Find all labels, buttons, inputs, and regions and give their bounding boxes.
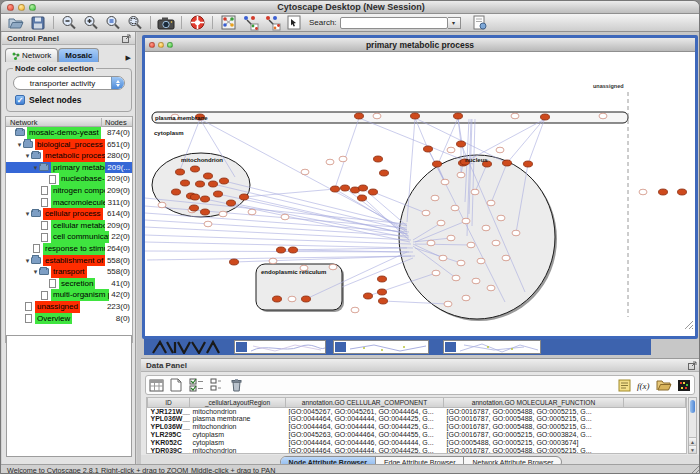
tree-item-primary-metabo[interactable]: ▾primary metabo209(...: [6, 162, 132, 174]
gene-node[interactable]: [214, 191, 223, 197]
gene-node[interactable]: [433, 161, 442, 167]
gene-node[interactable]: [301, 169, 309, 175]
gene-node[interactable]: [502, 255, 510, 261]
unselect-attributes-icon[interactable]: [206, 376, 226, 394]
gene-node[interactable]: [339, 156, 347, 162]
tree-header[interactable]: Network Nodes: [5, 116, 133, 127]
gene-node[interactable]: [467, 242, 475, 248]
delete-attribute-trash-icon[interactable]: [226, 376, 246, 394]
gene-node[interactable]: [373, 113, 381, 119]
attribute-matrix-icon[interactable]: [674, 376, 694, 394]
gene-node[interactable]: [447, 235, 455, 241]
import-settings-icon[interactable]: [469, 14, 491, 31]
gene-node[interactable]: [444, 301, 452, 307]
float-panel-icon[interactable]: [688, 361, 697, 372]
tree-item-unassigned[interactable]: unassigned223(0): [6, 301, 132, 313]
gene-node[interactable]: [248, 209, 256, 215]
table-row[interactable]: YDR039C__1mitochondrion[GO:0044464, GO:0…: [148, 447, 686, 454]
gene-node[interactable]: [439, 255, 447, 261]
zoom-selected-icon[interactable]: [102, 14, 124, 31]
gene-node[interactable]: [269, 258, 277, 264]
disclosure-arrow-icon[interactable]: ▾: [16, 139, 23, 151]
gene-node[interactable]: [659, 189, 668, 195]
tab-mosaic[interactable]: Mosaic: [58, 48, 99, 62]
gene-node[interactable]: [289, 247, 298, 253]
disclosure-arrow-icon[interactable]: ▾: [24, 255, 31, 267]
save-session-icon[interactable]: [27, 14, 49, 31]
gene-node[interactable]: [482, 225, 490, 231]
gene-node[interactable]: [496, 147, 504, 153]
layout-network-2-icon[interactable]: [261, 14, 283, 31]
gene-node[interactable]: [351, 307, 359, 313]
gene-node[interactable]: [378, 276, 387, 282]
gene-node[interactable]: [599, 113, 607, 119]
birdseye-view[interactable]: [6, 335, 132, 457]
window-resize-grip[interactable]: [684, 316, 694, 334]
gene-node[interactable]: [158, 202, 166, 208]
select-attributes-icon[interactable]: [146, 376, 166, 394]
gene-node[interactable]: [471, 189, 479, 195]
gene-node[interactable]: [447, 147, 455, 153]
gene-node[interactable]: [452, 275, 460, 281]
table-row[interactable]: YPL036W__1mitochondrion[GO:0044464, GO:0…: [148, 423, 686, 431]
network-canvas-container[interactable]: plasma membrane cytoplasm mitochondrion …: [145, 52, 695, 335]
tree-item-cell-communicat[interactable]: cell communicat22(0): [6, 231, 132, 243]
gene-node[interactable]: [462, 295, 470, 301]
annotation-icon[interactable]: [283, 14, 305, 31]
column-header-id[interactable]: ID: [148, 398, 190, 407]
tree-item-multi-organism-pro[interactable]: multi-organism pro42(0): [6, 289, 132, 301]
gene-node[interactable]: [411, 113, 420, 119]
gene-node[interactable]: [422, 210, 430, 216]
column-header-region[interactable]: _cellularLayoutRegion: [190, 398, 286, 407]
network-window-titlebar[interactable]: primary metabolic process: [145, 38, 695, 52]
node-color-combo[interactable]: transporter activity: [13, 76, 125, 90]
open-session-icon[interactable]: [5, 14, 27, 31]
select-nodes-checkbox[interactable]: ✓: [15, 95, 25, 105]
scrollbar-thumb[interactable]: [690, 400, 695, 413]
table-scrollbar[interactable]: ▲ ▼: [688, 397, 697, 454]
disclosure-arrow-icon[interactable]: ▾: [32, 266, 39, 278]
help-lifering-icon[interactable]: [186, 14, 208, 31]
gene-node[interactable]: [457, 172, 465, 178]
gene-node[interactable]: [369, 189, 378, 195]
gene-node[interactable]: [487, 285, 495, 291]
gene-node[interactable]: [678, 189, 687, 195]
formula-fx-icon[interactable]: f(x): [634, 376, 654, 394]
gene-node[interactable]: [302, 296, 311, 302]
gene-node[interactable]: [492, 240, 500, 246]
gene-node[interactable]: [437, 220, 445, 226]
new-attribute-icon[interactable]: [166, 376, 186, 394]
gene-node[interactable]: [331, 186, 340, 192]
tree-item-establishment-of-lo[interactable]: ▾establishment of lo558(0): [6, 255, 132, 267]
gene-node[interactable]: [172, 189, 181, 195]
gene-node[interactable]: [432, 270, 440, 276]
gene-node[interactable]: [359, 185, 368, 191]
zoom-fit-icon[interactable]: [124, 14, 146, 31]
gene-node[interactable]: [329, 264, 337, 270]
column-header-cellular-component[interactable]: annotation.GO CELLULAR_COMPONENT: [286, 398, 444, 407]
layout-network-1-icon[interactable]: [239, 14, 261, 31]
gene-node[interactable]: [273, 296, 282, 302]
minimized-window-2[interactable]: [333, 340, 429, 354]
tree-item-response-to-stimul[interactable]: response to stimul264(0): [6, 243, 132, 255]
gene-node[interactable]: [639, 189, 647, 195]
gene-node[interactable]: [181, 180, 190, 186]
gene-node[interactable]: [512, 230, 520, 236]
snapshot-camera-icon[interactable]: [155, 14, 177, 31]
gene-node[interactable]: [201, 209, 210, 215]
gene-node[interactable]: [477, 258, 485, 264]
float-panel-icon[interactable]: [122, 34, 131, 45]
plasma-membrane-region[interactable]: [152, 112, 628, 123]
tree-item-mosaic-demo-yeast[interactable]: mosaic-demo-yeast874(0): [6, 127, 132, 139]
nucleus-region[interactable]: [399, 155, 555, 319]
gene-node[interactable]: [190, 205, 199, 211]
gene-node[interactable]: [240, 194, 249, 200]
gene-node[interactable]: [355, 113, 364, 119]
gene-node[interactable]: [541, 114, 550, 120]
gene-node[interactable]: [472, 278, 480, 284]
scroll-up-icon[interactable]: ▲: [689, 437, 696, 445]
gene-node[interactable]: [288, 296, 296, 302]
zoom-in-icon[interactable]: [80, 14, 102, 31]
gene-node[interactable]: [341, 185, 350, 191]
gene-node[interactable]: [191, 166, 200, 172]
